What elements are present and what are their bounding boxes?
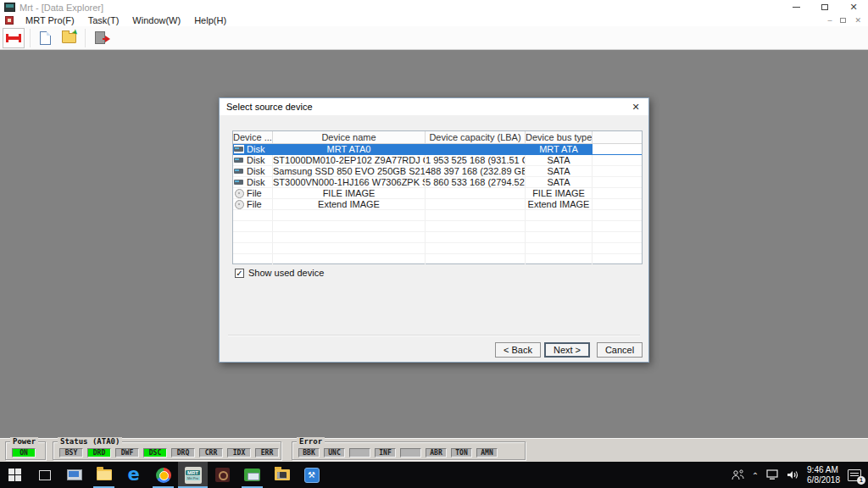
minimize-button[interactable]: [782, 0, 810, 14]
toolbar: [0, 26, 868, 50]
error-led-unc: UNC: [324, 448, 345, 458]
task-view-button[interactable]: [30, 462, 59, 488]
taskbar-app-pc[interactable]: [59, 462, 89, 488]
mdi-close-button[interactable]: ✕: [854, 17, 861, 25]
volume-icon[interactable]: [787, 469, 799, 480]
mrt-logo-icon: [6, 33, 21, 43]
column-device-name[interactable]: Device name: [273, 131, 426, 143]
status-led-idx: IDX: [227, 448, 251, 458]
power-led: ON: [12, 448, 36, 458]
error-led-ton: TON: [451, 448, 472, 458]
menu-window[interactable]: Window(W): [125, 14, 187, 26]
menubar: MRT Pro(F) Task(T) Window(W) Help(H) – ✕: [0, 14, 868, 26]
error-group-label: Error: [297, 437, 325, 446]
start-button[interactable]: [0, 462, 30, 488]
power-group-label: Power: [10, 437, 38, 446]
notification-badge: 1: [857, 476, 865, 485]
dialog-title: Select source device: [226, 102, 313, 112]
taskbar-app-dark[interactable]: [208, 462, 237, 488]
table-row[interactable]: File Extend IMAGE Extend IMAGE: [233, 199, 642, 210]
wrench-app-icon: ⚒: [304, 468, 320, 483]
empty-table-row: [233, 232, 642, 243]
error-led-blank: [400, 448, 421, 458]
mdi-minimize-button[interactable]: –: [827, 17, 832, 25]
column-device-capacity[interactable]: Device capacity (LBA): [426, 131, 526, 143]
close-button[interactable]: ✕: [839, 0, 868, 14]
status-led-dwf: DWF: [115, 448, 139, 458]
empty-table-row: [233, 254, 642, 265]
taskbar-app-screenshot[interactable]: [267, 462, 297, 488]
close-icon: ✕: [849, 3, 857, 12]
next-button[interactable]: Next >: [544, 342, 590, 358]
menu-help[interactable]: Help(H): [187, 14, 233, 26]
menu-task[interactable]: Task(T): [81, 14, 126, 26]
mdi-restore-button[interactable]: [840, 18, 846, 23]
clock-date: 6/8/2018: [807, 475, 840, 485]
show-used-device-label: Show used device: [248, 268, 324, 278]
error-led-amn: AMN: [476, 448, 498, 458]
chrome-icon: [156, 468, 171, 483]
taskbar-app-disk-tool[interactable]: [237, 462, 267, 488]
status-led-bsy: BSY: [59, 448, 83, 458]
network-icon[interactable]: [766, 469, 779, 480]
error-group: Error BBK UNC INF ABR TON AMN: [292, 441, 526, 460]
window-title: Mrt - [Data Explorer]: [19, 3, 103, 13]
tray-expand-icon[interactable]: ⌃: [752, 471, 759, 480]
power-group: Power ON: [5, 441, 46, 460]
cancel-button[interactable]: Cancel: [597, 342, 643, 358]
taskbar-clock[interactable]: 9:46 AM 6/8/2018: [807, 465, 840, 485]
empty-table-row: [233, 210, 642, 221]
people-icon[interactable]: [732, 469, 744, 480]
dialog-titlebar[interactable]: Select source device ✕: [220, 98, 648, 115]
maximize-button[interactable]: [810, 0, 839, 14]
table-row[interactable]: Disk ST1000DM010-2EP102 Z9A77RDJ CC43 1 …: [233, 155, 642, 166]
window-titlebar: Mrt - [Data Explorer] ✕: [0, 0, 868, 14]
back-button[interactable]: < Back: [495, 342, 541, 358]
mdi-document-icon[interactable]: [5, 16, 14, 25]
dialog-separator: [228, 335, 640, 336]
dark-app-icon: [215, 468, 230, 482]
menu-mrt-pro[interactable]: MRT Pro(F): [19, 14, 81, 26]
folder-camera-icon: [275, 469, 290, 480]
ata-status-group: Status (ATA0) BSY DRD DWF DSC DRQ CRR ID…: [53, 441, 281, 460]
show-used-device-option[interactable]: ✓ Show used device: [235, 268, 324, 278]
taskbar-app-mrt-pro[interactable]: MRT Mrt Pro: [178, 462, 208, 488]
device-table[interactable]: Device ... Device name Device capacity (…: [232, 130, 643, 264]
taskbar: e MRT Mrt Pro ⚒ ⌃ 9:46 AM: [0, 462, 868, 488]
maximize-icon: [821, 4, 828, 10]
disk-tool-icon: [244, 469, 260, 481]
column-device-type[interactable]: Device ...: [233, 131, 273, 143]
table-row[interactable]: Disk MRT ATA0 MRT ATA: [233, 144, 642, 155]
windows-logo-icon: [8, 469, 21, 481]
status-led-drd: DRD: [87, 448, 111, 458]
table-row[interactable]: Disk Samsung SSD 850 EVO 250GB S21NNSAG4…: [233, 166, 642, 177]
table-row[interactable]: Disk ST3000VN000-1HJ166 W7306ZPK SC60 5 …: [233, 177, 642, 188]
empty-table-row: [233, 243, 642, 254]
show-used-device-checkbox[interactable]: ✓: [235, 269, 244, 278]
error-led-blank: [349, 448, 370, 458]
open-folder-button[interactable]: [58, 28, 80, 48]
mrt-logo-button[interactable]: [3, 28, 25, 48]
file-icon: [234, 200, 244, 208]
table-header: Device ... Device name Device capacity (…: [233, 131, 642, 144]
error-led-abr: ABR: [426, 448, 447, 458]
exit-task-button[interactable]: [89, 28, 111, 48]
system-tray: ⌃ 9:46 AM 6/8/2018 1: [732, 462, 868, 488]
taskbar-app-file-explorer[interactable]: [89, 462, 119, 488]
toolbar-separator: [30, 29, 31, 47]
taskbar-app-edge[interactable]: e: [119, 462, 148, 488]
dialog-close-button[interactable]: ✕: [623, 98, 648, 115]
new-document-icon: [40, 31, 51, 45]
disk-icon: [234, 178, 244, 186]
edge-icon: e: [127, 466, 139, 484]
mrt-pro-icon: MRT Mrt Pro: [185, 467, 202, 484]
app-icon: [4, 3, 15, 12]
disk-icon: [234, 156, 244, 164]
action-center-button[interactable]: 1: [848, 469, 861, 481]
column-device-bus-type[interactable]: Device bus type: [526, 131, 593, 143]
clock-time: 9:46 AM: [807, 465, 840, 475]
table-row[interactable]: File FILE IMAGE FILE IMAGE: [233, 188, 642, 199]
new-document-button[interactable]: [34, 28, 56, 48]
taskbar-app-chrome[interactable]: [148, 462, 178, 488]
taskbar-app-utility[interactable]: ⚒: [297, 462, 326, 488]
